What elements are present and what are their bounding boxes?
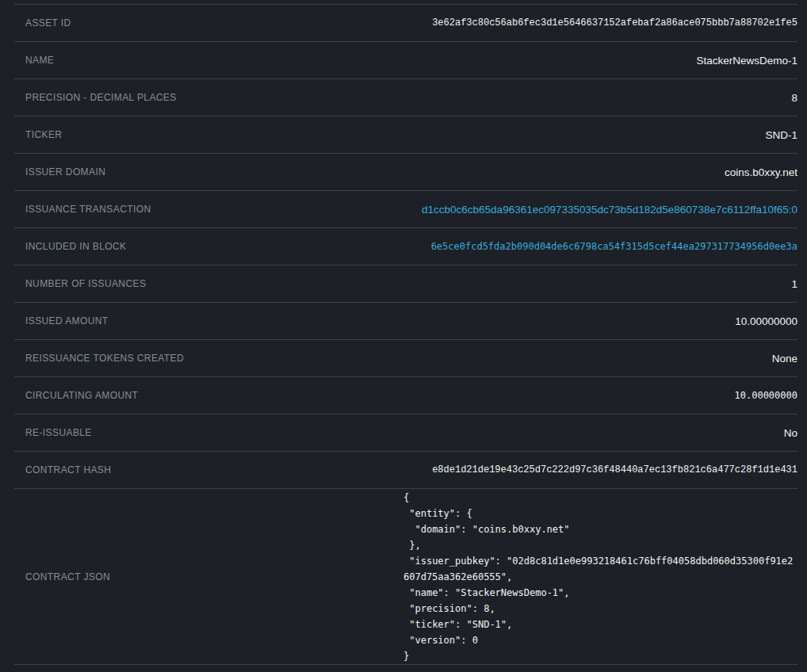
row-issuance-transaction: ISSUANCE TRANSACTION d1ccb0c6cb65da96361…: [14, 190, 797, 227]
row-circulating-amount: CIRCULATING AMOUNT 10.00000000: [14, 376, 797, 414]
issuer-domain-label: ISSUER DOMAIN: [14, 166, 105, 178]
issuance-transaction-link[interactable]: d1ccb0c6cb65da96361ec097335035dc73b5d182…: [422, 204, 797, 216]
name-value: StackerNewsDemo-1: [54, 55, 797, 67]
issued-amount-value: 10.00000000: [109, 315, 797, 327]
row-asset-id: ASSET ID 3e62af3c80c56ab6fec3d1e56466371…: [14, 4, 797, 41]
row-name: NAME StackerNewsDemo-1: [14, 41, 797, 78]
re-issuable-value: No: [92, 427, 797, 439]
included-in-block-label: INCLUDED IN BLOCK: [14, 241, 127, 252]
row-precision: PRECISION - DECIMAL PLACES 8: [14, 78, 797, 116]
precision-label: PRECISION - DECIMAL PLACES: [14, 92, 177, 103]
row-ticker: TICKER SND-1: [14, 116, 797, 153]
row-issuer-domain: ISSUER DOMAIN coins.b0xxy.net: [14, 153, 797, 190]
row-contract-hash: CONTRACT HASH e8de1d21de19e43c25d7c222d9…: [14, 451, 797, 488]
contract-json-value: { "entity": { "domain": "coins.b0xxy.net…: [404, 490, 797, 664]
row-included-in-block: INCLUDED IN BLOCK 6e5ce0fcd5fda2b090d04d…: [14, 227, 797, 265]
ticker-value: SND-1: [62, 129, 797, 141]
reissuance-tokens-label: REISSUANCE TOKENS CREATED: [14, 353, 184, 364]
row-contract-json: CONTRACT JSON { "entity": { "domain": "c…: [14, 488, 797, 665]
circulating-amount-value: 10.00000000: [138, 390, 797, 401]
issuer-domain-value: coins.b0xxy.net: [105, 166, 797, 178]
name-label: NAME: [14, 55, 54, 66]
re-issuable-label: RE-ISSUABLE: [14, 427, 92, 438]
precision-value: 8: [177, 92, 797, 104]
number-of-issuances-label: NUMBER OF ISSUANCES: [14, 278, 146, 289]
row-issued-amount: ISSUED AMOUNT 10.00000000: [14, 302, 797, 339]
row-re-issuable: RE-ISSUABLE No: [14, 414, 797, 451]
contract-json-label: CONTRACT JSON: [14, 571, 110, 582]
circulating-amount-label: CIRCULATING AMOUNT: [14, 390, 138, 401]
ticker-label: TICKER: [14, 129, 62, 140]
row-number-of-issuances: NUMBER OF ISSUANCES 1: [14, 265, 797, 302]
included-in-block-link[interactable]: 6e5ce0fcd5fda2b090d04de6c6798ca54f315d5c…: [431, 241, 797, 252]
issued-amount-label: ISSUED AMOUNT: [14, 315, 109, 326]
contract-hash-value: e8de1d21de19e43c25d7c222d97c36f48440a7ec…: [111, 464, 797, 475]
contract-hash-label: CONTRACT HASH: [14, 464, 111, 475]
issuance-transaction-label: ISSUANCE TRANSACTION: [14, 204, 151, 215]
asset-id-value: 3e62af3c80c56ab6fec3d1e5646637152afebaf2…: [71, 17, 797, 29]
asset-details-table: ASSET ID 3e62af3c80c56ab6fec3d1e56466371…: [14, 4, 797, 665]
asset-id-label: ASSET ID: [14, 17, 71, 29]
reissuance-tokens-value: None: [184, 353, 797, 365]
number-of-issuances-value: 1: [146, 278, 797, 290]
row-reissuance-tokens: REISSUANCE TOKENS CREATED None: [14, 339, 797, 376]
